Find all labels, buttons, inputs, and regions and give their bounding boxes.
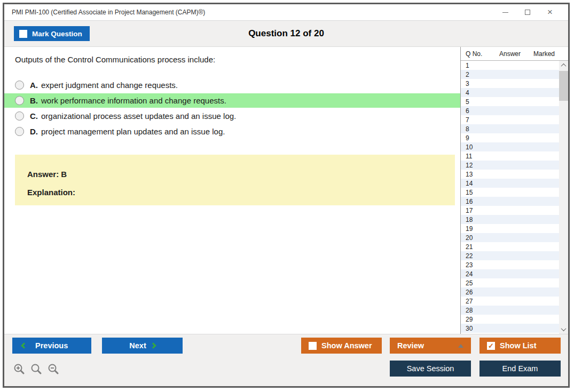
column-answer: Answer — [491, 50, 529, 58]
question-list-row[interactable]: 22 — [461, 251, 559, 260]
radio-button[interactable] — [15, 127, 24, 136]
zoom-reset-icon[interactable] — [30, 363, 43, 375]
row-qno: 9 — [461, 134, 491, 142]
scroll-up-button[interactable] — [559, 61, 568, 70]
row-qno: 6 — [461, 107, 491, 115]
question-list-row[interactable]: 9 — [461, 133, 559, 142]
row-qno: 26 — [461, 289, 491, 296]
question-list-row[interactable]: 10 — [461, 142, 559, 151]
header-bar: Mark Question Question 12 of 20 — [4, 20, 568, 47]
question-list-row[interactable]: 23 — [461, 260, 559, 269]
zoom-in-icon[interactable] — [13, 363, 26, 375]
question-list-row[interactable]: 4 — [461, 88, 559, 97]
question-list-row[interactable]: 15 — [461, 188, 559, 197]
question-list-row[interactable]: 20 — [461, 233, 559, 242]
radio-button[interactable] — [15, 111, 24, 121]
question-list-header: Q No. Answer Marked — [461, 47, 568, 61]
row-qno: 4 — [461, 89, 491, 97]
question-list-row[interactable]: 16 — [461, 197, 559, 206]
option-letter: C. — [30, 111, 38, 121]
row-qno: 24 — [461, 270, 491, 278]
row-qno: 11 — [461, 153, 491, 160]
option-row[interactable]: D.project management plan updates and an… — [4, 124, 460, 139]
row-qno: 10 — [461, 143, 491, 151]
show-list-checkbox[interactable]: ✓ — [487, 342, 495, 350]
row-qno: 18 — [461, 216, 491, 223]
question-list-row[interactable]: 30 — [461, 324, 559, 333]
question-list-row[interactable]: 12 — [461, 161, 559, 170]
row-qno: 16 — [461, 198, 491, 205]
zoom-out-icon[interactable] — [47, 363, 60, 375]
question-list-row[interactable]: 1 — [461, 61, 559, 70]
question-list-row[interactable]: 29 — [461, 315, 559, 324]
explanation-label: Explanation: — [27, 188, 455, 197]
scrollbar-thumb[interactable] — [559, 71, 568, 101]
option-letter: A. — [30, 81, 38, 90]
column-marked: Marked — [529, 50, 559, 58]
zoom-toolbar — [13, 363, 60, 375]
show-list-button[interactable]: ✓ Show List — [479, 338, 561, 354]
show-answer-button[interactable]: Show Answer — [301, 338, 382, 354]
question-list-row[interactable]: 5 — [461, 97, 559, 106]
save-session-label: Save Session — [407, 364, 454, 373]
window-title: PMI PMI-100 (Certified Associate in Proj… — [12, 9, 205, 16]
close-button[interactable]: × — [546, 8, 554, 17]
option-text: work performance information and change … — [41, 96, 226, 105]
triangle-up-icon — [458, 344, 463, 348]
question-list-wrap: 1234567891011121314151617181920212223242… — [461, 61, 568, 334]
question-list-row[interactable]: 19 — [461, 224, 559, 233]
option-text: expert judgment and change requests. — [41, 81, 178, 90]
maximize-button[interactable] — [523, 8, 532, 17]
next-button[interactable]: Next — [102, 338, 183, 354]
row-qno: 29 — [461, 316, 491, 323]
row-qno: 21 — [461, 243, 491, 251]
question-list-scrollbar[interactable] — [559, 61, 568, 334]
end-exam-button[interactable]: End Exam — [479, 361, 561, 377]
row-qno: 1 — [461, 62, 491, 69]
check-icon: ✓ — [488, 342, 494, 349]
question-list-row[interactable]: 25 — [461, 278, 559, 287]
review-button[interactable]: Review — [390, 338, 471, 354]
question-list-row[interactable]: 7 — [461, 115, 559, 124]
row-qno: 20 — [461, 234, 491, 242]
radio-button[interactable] — [15, 96, 24, 105]
question-list-row[interactable]: 18 — [461, 215, 559, 224]
question-list-row[interactable]: 17 — [461, 206, 559, 215]
show-answer-checkbox[interactable] — [309, 342, 317, 350]
question-list-row[interactable]: 6 — [461, 106, 559, 115]
question-counter: Question 12 of 20 — [4, 28, 568, 39]
chevron-right-icon — [150, 342, 156, 348]
scroll-down-button[interactable] — [559, 325, 568, 334]
question-panel: Outputs of the Control Communications pr… — [4, 47, 460, 334]
save-session-button[interactable]: Save Session — [390, 361, 471, 377]
main-area: Outputs of the Control Communications pr… — [4, 47, 568, 334]
column-qno: Q No. — [461, 50, 491, 58]
radio-button[interactable] — [15, 81, 24, 90]
row-qno: 28 — [461, 307, 491, 314]
question-list-row[interactable]: 13 — [461, 170, 559, 179]
question-list-row[interactable]: 14 — [461, 179, 559, 188]
row-qno: 27 — [461, 298, 491, 305]
question-list-body: 1234567891011121314151617181920212223242… — [461, 61, 559, 334]
row-qno: 5 — [461, 98, 491, 106]
question-list-row[interactable]: 21 — [461, 242, 559, 251]
scrollbar-track[interactable] — [559, 70, 568, 325]
question-list-row[interactable]: 26 — [461, 287, 559, 297]
minimize-button[interactable] — [501, 8, 509, 17]
option-row[interactable]: B.work performance information and chang… — [4, 93, 460, 108]
question-list-row[interactable]: 3 — [461, 79, 559, 88]
option-row[interactable]: C.organizational process asset updates a… — [4, 109, 460, 123]
previous-button[interactable]: Previous — [12, 338, 91, 354]
option-row[interactable]: A.expert judgment and change requests. — [4, 78, 460, 92]
previous-label: Previous — [35, 341, 68, 350]
row-qno: 30 — [461, 325, 491, 332]
question-list-row[interactable]: 24 — [461, 269, 559, 278]
question-list-row[interactable]: 8 — [461, 124, 559, 133]
question-list-row[interactable]: 27 — [461, 297, 559, 306]
chevron-left-icon — [21, 342, 27, 348]
titlebar: PMI PMI-100 (Certified Associate in Proj… — [4, 4, 568, 20]
question-list-row[interactable]: 11 — [461, 151, 559, 161]
question-list-row[interactable]: 2 — [461, 70, 559, 79]
show-answer-label: Show Answer — [321, 341, 372, 350]
question-list-row[interactable]: 28 — [461, 306, 559, 315]
